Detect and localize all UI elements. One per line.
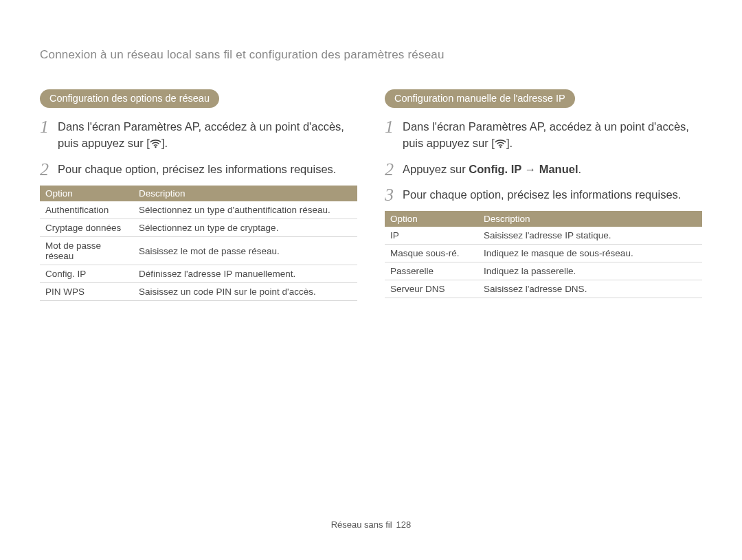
right-options-table: Option Description IPSaisissez l'adresse…: [385, 211, 702, 298]
table-header-option: Option: [40, 186, 133, 201]
table-cell: Définissez l'adresse IP manuellement.: [133, 265, 357, 283]
table-cell: Saisissez le mot de passe réseau.: [133, 237, 357, 265]
svg-point-1: [499, 146, 501, 148]
table-cell: Mot de passe réseau: [40, 237, 133, 265]
table-cell: IP: [385, 227, 478, 245]
right-heading-pill: Configuration manuelle de l'adresse IP: [385, 89, 575, 108]
step-text-suffix: ].: [161, 137, 168, 149]
table-cell: Indiquez la passerelle.: [478, 262, 702, 280]
left-step-2: 2 Pour chaque option, précisez les infor…: [40, 160, 357, 179]
page-footer: Réseau sans fil128: [0, 519, 742, 530]
table-cell: Saisissez un code PIN sur le point d'acc…: [133, 283, 357, 301]
footer-page-number: 128: [396, 519, 412, 530]
table-header-description: Description: [133, 186, 357, 201]
step-text: Pour chaque option, précisez les informa…: [58, 160, 336, 179]
step-text: Dans l'écran Paramètres AP, accédez à un…: [58, 117, 357, 153]
wifi-icon: [495, 137, 506, 153]
step-number: 1: [385, 117, 403, 153]
step-text-suffix: .: [578, 163, 582, 175]
table-cell: Sélectionnez un type d'authentification …: [133, 201, 357, 219]
step-text-prefix: Dans l'écran Paramètres AP, accédez à un…: [403, 120, 689, 149]
table-header-option: Option: [385, 211, 478, 227]
page-title: Connexion à un réseau local sans fil et …: [40, 48, 702, 62]
left-options-table: Option Description AuthentificationSélec…: [40, 186, 357, 301]
table-cell: Serveur DNS: [385, 280, 478, 298]
left-column: Configuration des options de réseau 1 Da…: [40, 89, 357, 301]
table-row: AuthentificationSélectionnez un type d'a…: [40, 201, 357, 219]
page: Connexion à un réseau local sans fil et …: [0, 0, 742, 560]
table-header-description: Description: [478, 211, 702, 227]
table-row: Serveur DNSSaisissez l'adresse DNS.: [385, 280, 702, 298]
table-cell: Cryptage données: [40, 219, 133, 237]
table-row: Masque sous-ré.Indiquez le masque de sou…: [385, 245, 702, 262]
wifi-icon: [150, 137, 161, 153]
table-cell: Passerelle: [385, 262, 478, 280]
table-header-row: Option Description: [385, 211, 702, 227]
step-text-bold: Config. IP → Manuel: [469, 163, 578, 175]
table-cell: PIN WPS: [40, 283, 133, 301]
step-text: Pour chaque option, précisez les informa…: [403, 186, 681, 204]
table-row: Cryptage donnéesSélectionnez un type de …: [40, 219, 357, 237]
table-row: PasserelleIndiquez la passerelle.: [385, 262, 702, 280]
table-cell: Indiquez le masque de sous-réseau.: [478, 245, 702, 262]
right-step-3: 3 Pour chaque option, précisez les infor…: [385, 186, 702, 204]
content-columns: Configuration des options de réseau 1 Da…: [40, 89, 702, 301]
table-cell: Config. IP: [40, 265, 133, 283]
step-number: 1: [40, 117, 58, 153]
svg-point-0: [155, 146, 156, 148]
step-number: 3: [385, 186, 403, 204]
step-text-prefix: Dans l'écran Paramètres AP, accédez à un…: [58, 120, 344, 149]
left-heading-pill: Configuration des options de réseau: [40, 89, 219, 108]
table-cell: Sélectionnez un type de cryptage.: [133, 219, 357, 237]
step-text: Appuyez sur Config. IP → Manuel.: [403, 160, 581, 179]
step-text-prefix: Appuyez sur: [403, 163, 469, 175]
right-steps: 1 Dans l'écran Paramètres AP, accédez à …: [385, 117, 702, 204]
table-cell: Masque sous-ré.: [385, 245, 478, 262]
table-row: Config. IPDéfinissez l'adresse IP manuel…: [40, 265, 357, 283]
left-step-1: 1 Dans l'écran Paramètres AP, accédez à …: [40, 117, 357, 153]
table-cell: Saisissez l'adresse IP statique.: [478, 227, 702, 245]
table-row: PIN WPSSaisissez un code PIN sur le poin…: [40, 283, 357, 301]
table-row: Mot de passe réseauSaisissez le mot de p…: [40, 237, 357, 265]
table-row: IPSaisissez l'adresse IP statique.: [385, 227, 702, 245]
table-cell: Saisissez l'adresse DNS.: [478, 280, 702, 298]
step-number: 2: [385, 160, 403, 179]
table-cell: Authentification: [40, 201, 133, 219]
step-text-prefix: Pour chaque option, précisez les informa…: [58, 163, 336, 175]
step-text-suffix: ].: [506, 137, 513, 149]
right-step-2: 2 Appuyez sur Config. IP → Manuel.: [385, 160, 702, 179]
left-steps: 1 Dans l'écran Paramètres AP, accédez à …: [40, 117, 357, 179]
step-text: Dans l'écran Paramètres AP, accédez à un…: [403, 117, 702, 153]
table-header-row: Option Description: [40, 186, 357, 201]
right-column: Configuration manuelle de l'adresse IP 1…: [385, 89, 702, 301]
step-number: 2: [40, 160, 58, 179]
step-text-prefix: Pour chaque option, précisez les informa…: [403, 188, 681, 201]
footer-section: Réseau sans fil: [331, 519, 392, 530]
right-step-1: 1 Dans l'écran Paramètres AP, accédez à …: [385, 117, 702, 153]
